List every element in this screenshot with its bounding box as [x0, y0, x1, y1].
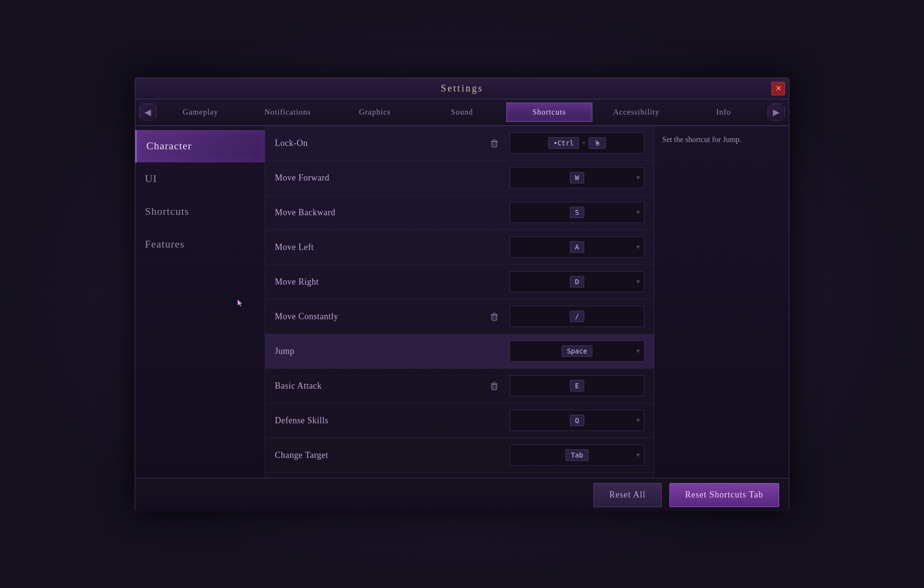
shortcut-name-move-constantly: Move Constantly	[275, 312, 487, 322]
tab-bar: ◀ Gameplay Notifications Graphics Sound …	[135, 99, 789, 126]
key-badge-move-constantly: /	[570, 311, 584, 322]
sidebar-item-ui[interactable]: UI	[135, 163, 265, 196]
key-binding-basic-attack[interactable]: E	[510, 375, 644, 396]
shortcut-name-defense-skills: Defense Skills	[275, 416, 510, 426]
key-binding-move-right[interactable]: D▼	[510, 271, 644, 292]
svg-rect-5	[492, 315, 497, 320]
reset-shortcuts-tab-button[interactable]: Reset Shortcuts Tab	[669, 483, 779, 507]
dropdown-arrow-move-right: ▼	[635, 278, 641, 286]
dropdown-arrow-jump: ▼	[635, 348, 641, 355]
key-binding-move-forward[interactable]: W▼	[510, 167, 644, 188]
shortcut-name-change-target: Change Target	[275, 450, 510, 460]
tab-shortcuts[interactable]: Shortcuts	[506, 103, 592, 122]
tab-sound[interactable]: Sound	[419, 103, 505, 122]
tab-accessibility[interactable]: Accessibility	[593, 103, 680, 122]
dropdown-arrow-move-backward: ▼	[635, 209, 641, 216]
settings-window: Settings ✕ ◀ Gameplay Notifications Grap…	[135, 78, 789, 511]
shortcut-row-jump: JumpSpace▼	[265, 334, 654, 369]
key-binding-defense-skills[interactable]: Q▼	[510, 410, 644, 431]
shortcut-row-move-constantly: Move Constantly /	[265, 300, 654, 334]
reset-all-button[interactable]: Reset All	[593, 483, 662, 507]
tab-info[interactable]: Info	[680, 103, 767, 122]
tab-notifications[interactable]: Notifications	[244, 103, 331, 122]
dropdown-arrow-change-target: ▼	[635, 452, 641, 459]
title-bar: Settings ✕	[135, 78, 789, 99]
sidebar: Character UI Shortcuts Features	[135, 126, 265, 478]
shortcut-row-select-previous-target: Select Previous Target •Shift+Tab	[265, 473, 654, 478]
trash-icon-basic-attack[interactable]	[487, 378, 502, 393]
sidebar-item-character[interactable]: Character	[135, 130, 265, 163]
key-badge-move-forward: W	[570, 172, 584, 183]
svg-rect-0	[492, 142, 497, 147]
bottom-bar: Reset All Reset Shortcuts Tab	[135, 478, 789, 511]
shortcut-name-basic-attack: Basic Attack	[275, 381, 487, 391]
content-area: Character UI Shortcuts Features Lock-On …	[135, 126, 789, 478]
shortcut-row-change-target: Change TargetTab▼	[265, 438, 654, 473]
dropdown-arrow-move-left: ▼	[635, 244, 641, 251]
key-binding-move-left[interactable]: A▼	[510, 236, 644, 258]
tab-gameplay[interactable]: Gameplay	[157, 103, 244, 122]
shortcut-row-move-right: Move RightD▼	[265, 265, 654, 300]
key-plus-lock-on: +	[582, 139, 586, 147]
shortcut-row-move-left: Move LeftA▼	[265, 230, 654, 265]
window-title: Settings	[441, 83, 483, 94]
key-badge-move-left: A	[570, 241, 584, 253]
shortcut-name-jump: Jump	[275, 346, 510, 356]
shortcut-row-lock-on: Lock-On •Ctrl+🖱	[265, 126, 654, 161]
shortcut-row-defense-skills: Defense SkillsQ▼	[265, 404, 654, 438]
shortcut-name-move-backward: Move Backward	[275, 208, 510, 218]
shortcut-row-basic-attack: Basic Attack E	[265, 369, 654, 404]
key-badge-lock-on: •Ctrl	[548, 137, 579, 149]
key-badge-basic-attack: E	[570, 380, 584, 392]
dropdown-arrow-move-forward: ▼	[635, 174, 641, 182]
shortcut-row-move-backward: Move BackwardS▼	[265, 196, 654, 230]
close-button[interactable]: ✕	[771, 82, 785, 95]
shortcut-name-move-left: Move Left	[275, 242, 510, 252]
sidebar-item-shortcuts[interactable]: Shortcuts	[135, 196, 265, 228]
key-binding-lock-on[interactable]: •Ctrl+🖱	[510, 132, 644, 154]
sidebar-item-features[interactable]: Features	[135, 228, 265, 261]
key-binding-move-backward[interactable]: S▼	[510, 202, 644, 223]
shortcut-name-lock-on: Lock-On	[275, 138, 487, 148]
info-panel: Set the shortcut for Jump.	[654, 126, 789, 478]
trash-icon-move-constantly[interactable]	[487, 309, 502, 324]
shortcut-row-move-forward: Move ForwardW▼	[265, 161, 654, 196]
shortcuts-panel: Lock-On •Ctrl+🖱Move ForwardW▼Move Backwa…	[265, 126, 654, 478]
key-badge-move-right: D	[570, 276, 584, 287]
shortcut-name-move-right: Move Right	[275, 277, 510, 287]
key-badge-change-target: Tab	[565, 449, 588, 461]
tab-graphics[interactable]: Graphics	[332, 103, 418, 122]
svg-rect-10	[492, 384, 497, 390]
dropdown-arrow-defense-skills: ▼	[635, 417, 641, 424]
shortcut-name-move-forward: Move Forward	[275, 173, 510, 183]
trash-icon-lock-on[interactable]	[487, 135, 502, 151]
key-badge-jump: Space	[562, 345, 592, 357]
key-badge-move-backward: S	[570, 207, 584, 218]
nav-next-arrow[interactable]: ▶	[768, 104, 785, 121]
key-binding-move-constantly[interactable]: /	[510, 306, 644, 327]
nav-prev-arrow[interactable]: ◀	[139, 104, 156, 121]
key-badge-lock-on: 🖱	[589, 137, 606, 149]
key-badge-defense-skills: Q	[570, 415, 584, 426]
info-text: Set the shortcut for Jump.	[662, 135, 742, 144]
key-binding-jump[interactable]: Space▼	[510, 340, 644, 362]
key-binding-change-target[interactable]: Tab▼	[510, 444, 644, 466]
